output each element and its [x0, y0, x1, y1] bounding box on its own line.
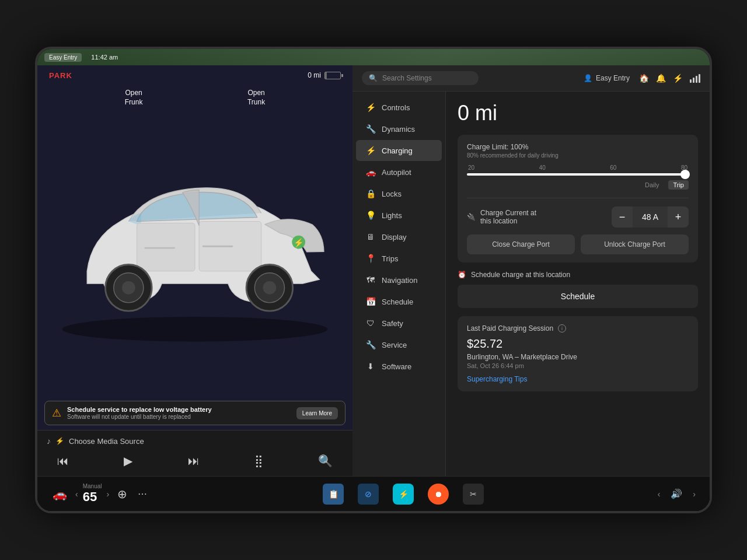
- decrease-current-button[interactable]: −: [612, 206, 633, 228]
- music-icon: ♪: [47, 436, 51, 446]
- increase-current-button[interactable]: +: [668, 206, 689, 228]
- top-map-info: Easy Entry 11:42 am: [44, 53, 703, 62]
- autopilot-label: Autopilot: [382, 168, 411, 177]
- software-label: Software: [382, 362, 411, 371]
- nav-item-safety[interactable]: 🛡 Safety: [356, 313, 442, 334]
- nav-prev-button[interactable]: ‹: [655, 487, 663, 501]
- header-right: 👤 Easy Entry 🏠 🔔 ⚡: [584, 74, 700, 83]
- nav-next-button[interactable]: ›: [690, 487, 698, 501]
- charging-location: Burlington, WA – Marketplace Drive: [467, 353, 689, 361]
- nav-item-service[interactable]: 🔧 Service: [356, 334, 442, 355]
- skip-forward-button[interactable]: ⏭: [183, 452, 204, 470]
- map-time: 11:42 am: [91, 54, 118, 61]
- gear-display: Manual 65: [83, 483, 102, 505]
- service-icon: 🔧: [365, 340, 376, 349]
- charge-limit-sub: 80% recommended for daily driving: [467, 152, 689, 159]
- play-button[interactable]: ▶: [119, 452, 137, 470]
- nav-item-autopilot[interactable]: 🚗 Autopilot: [356, 162, 442, 183]
- nav-item-dynamics[interactable]: 🔧 Dynamics: [356, 118, 442, 139]
- screen-frame: Easy Entry 11:42 am PARK 0 mi: [35, 47, 712, 513]
- nav-item-trips[interactable]: 📍 Trips: [356, 248, 442, 269]
- current-control: − 48 A +: [612, 206, 689, 228]
- safety-label: Safety: [382, 319, 403, 328]
- autopilot-icon: 🚗: [365, 167, 376, 177]
- left-panel: PARK 0 mi OpenFrunk OpenTrunk: [37, 65, 352, 476]
- nav-item-controls[interactable]: ⚡ Controls: [356, 97, 442, 118]
- supercharging-tips-link[interactable]: Supercharging Tips: [467, 375, 689, 383]
- nav-item-schedule[interactable]: 📅 Schedule: [356, 291, 442, 312]
- daily-tab[interactable]: Daily: [640, 180, 664, 190]
- lights-icon: 💡: [365, 211, 376, 220]
- search-bar[interactable]: 🔍 Search Settings: [362, 71, 479, 85]
- app2-button[interactable]: ⊘: [353, 480, 383, 508]
- learn-more-button[interactable]: Learn More: [296, 407, 338, 419]
- controls-icon: ⚡: [365, 103, 376, 112]
- info-icon[interactable]: i: [558, 324, 566, 332]
- nav-item-charging[interactable]: ⚡ Charging: [356, 140, 442, 161]
- warning-title: Schedule service to replace low voltage …: [67, 406, 291, 413]
- bluetooth-icon: ⚡: [55, 437, 64, 445]
- easy-entry-tag: Easy Entry: [44, 53, 82, 62]
- bell-icon[interactable]: 🔔: [656, 74, 666, 83]
- media-source-label[interactable]: Choose Media Source: [69, 437, 144, 446]
- trips-icon: 📍: [365, 254, 376, 263]
- last-charging-header: Last Paid Charging Session i: [467, 324, 689, 332]
- eq-button[interactable]: ⣿: [250, 452, 268, 470]
- charge-current-row: 🔌 Charge Current atthis location − 48 A …: [467, 198, 689, 228]
- schedule-button[interactable]: Schedule: [458, 285, 698, 308]
- signal-icon: [690, 74, 700, 83]
- media-source-row: ♪ ⚡ Choose Media Source: [47, 436, 343, 446]
- car-visual: ⚡: [37, 80, 352, 396]
- nav-item-lights[interactable]: 💡 Lights: [356, 205, 442, 226]
- warning-icon: ⚠: [52, 407, 61, 419]
- mileage-display: 0 mi: [458, 101, 698, 125]
- gear-number: 65: [83, 489, 102, 505]
- app1-icon: 📋: [323, 484, 344, 505]
- bluetooth-header-icon[interactable]: ⚡: [673, 74, 683, 83]
- settings-nav: ⚡ Controls 🔧 Dynamics ⚡ Charging 🚗: [352, 92, 446, 476]
- taskbar-left: 🚗 ‹ Manual 65 › ⊕ ⋯: [49, 483, 152, 505]
- navigation-label: Navigation: [382, 276, 417, 285]
- warning-text: Schedule service to replace low voltage …: [67, 406, 291, 420]
- nav-item-navigation[interactable]: 🗺 Navigation: [356, 270, 442, 290]
- unlock-charge-port-button[interactable]: Unlock Charge Port: [581, 235, 689, 254]
- easy-entry-button[interactable]: 👤 Easy Entry: [584, 74, 630, 82]
- app5-button[interactable]: ✂: [458, 480, 488, 508]
- safety-icon: 🛡: [365, 318, 376, 328]
- left-panel-top: PARK 0 mi: [37, 65, 352, 80]
- nav-item-locks[interactable]: 🔒 Locks: [356, 183, 442, 204]
- charge-slider-thumb[interactable]: [680, 170, 690, 179]
- daily-trip-tabs: Daily Trip: [467, 180, 689, 190]
- app3-button[interactable]: ⚡: [388, 480, 418, 508]
- svg-point-0: [62, 317, 328, 342]
- charge-slider-track[interactable]: [467, 173, 689, 176]
- locks-icon: 🔒: [365, 189, 376, 198]
- schedule-charge-label: ⏰ Schedule charge at this location: [458, 271, 698, 279]
- gear-right-button[interactable]: ›: [104, 487, 111, 501]
- lights-label: Lights: [382, 211, 402, 220]
- nav-item-display[interactable]: 🖥 Display: [356, 226, 442, 247]
- easy-entry-label: Easy Entry: [596, 74, 630, 82]
- taskbar-center: 📋 ⊘ ⚡ ⏺ ✂: [318, 480, 488, 508]
- last-charging-section: Last Paid Charging Session i $25.72 Burl…: [458, 316, 698, 391]
- slider-labels: 20 40 60 80: [467, 164, 689, 171]
- search-placeholder: Search Settings: [382, 74, 432, 82]
- gear-left-button[interactable]: ‹: [73, 487, 81, 501]
- volume-button[interactable]: 🔊: [667, 485, 686, 503]
- steering-button[interactable]: ⊕: [114, 484, 131, 505]
- current-value: 48 A: [633, 212, 668, 222]
- close-charge-port-button[interactable]: Close Charge Port: [467, 235, 575, 254]
- warning-banner: ⚠ Schedule service to replace low voltag…: [44, 401, 345, 425]
- home-icon[interactable]: 🏠: [639, 74, 649, 83]
- charging-label: Charging: [382, 146, 413, 155]
- charge-icon: 🔌: [467, 213, 476, 221]
- trip-tab[interactable]: Trip: [668, 180, 689, 190]
- skip-back-button[interactable]: ⏮: [53, 452, 74, 470]
- app4-button[interactable]: ⏺: [423, 480, 453, 508]
- nav-item-software[interactable]: ⬇ Software: [356, 356, 442, 377]
- svg-text:⚡: ⚡: [294, 237, 304, 248]
- app1-button[interactable]: 📋: [318, 480, 348, 508]
- car-status-button[interactable]: 🚗: [49, 484, 71, 505]
- menu-dots-button[interactable]: ⋯: [133, 485, 152, 503]
- search-media-button[interactable]: 🔍: [313, 452, 337, 470]
